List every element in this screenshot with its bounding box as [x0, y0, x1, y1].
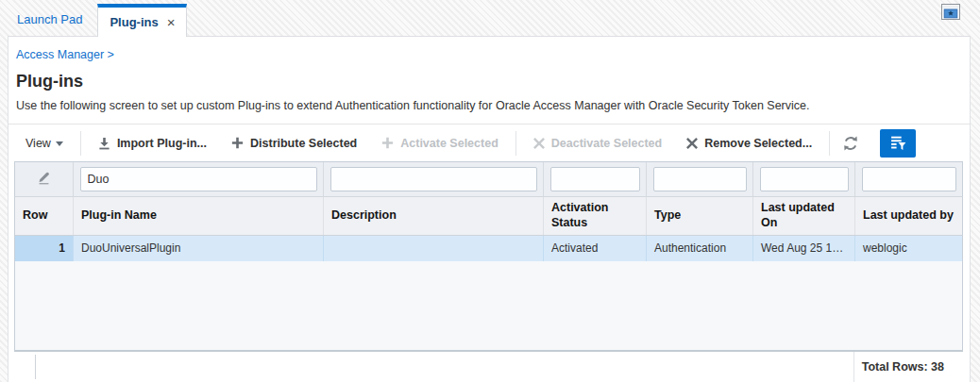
tab-launch-pad-label: Launch Pad	[17, 12, 82, 26]
view-menu-button[interactable]: View	[25, 137, 63, 150]
deactivate-selected-label: Deactivate Selected	[551, 137, 662, 150]
x-icon	[686, 138, 698, 149]
footer-divider	[853, 352, 854, 382]
activate-selected-label: Activate Selected	[400, 137, 498, 150]
tab-plug-ins-label: Plug-ins	[110, 15, 158, 29]
view-menu-label: View	[25, 137, 51, 150]
close-icon[interactable]: ×	[167, 15, 176, 29]
breadcrumb[interactable]: Access Manager >	[16, 48, 114, 61]
table-footer: Total Rows: 38	[8, 352, 970, 382]
x-icon	[533, 138, 545, 149]
filter-description-input[interactable]	[330, 167, 537, 191]
query-by-example-button[interactable]	[880, 129, 916, 158]
plus-icon	[381, 137, 394, 149]
filter-activation-status-input[interactable]	[550, 167, 640, 191]
plugins-table: Row Plug-in Name Description Activation …	[14, 161, 963, 352]
page-description: Use the following screen to set up custo…	[16, 99, 809, 112]
activate-selected-button: Activate Selected	[381, 137, 498, 150]
remove-selected-label: Remove Selected...	[704, 137, 812, 150]
table-header-row: Row Plug-in Name Description Activation …	[14, 196, 963, 236]
cell-last-updated-by: weblogic	[854, 236, 962, 261]
refresh-button[interactable]	[842, 135, 859, 152]
tab-plug-ins[interactable]: Plug-ins ×	[97, 4, 187, 37]
tab-launch-pad[interactable]: Launch Pad	[9, 12, 97, 36]
table-row[interactable]: 1 DuoUniversalPlugin Activated Authentic…	[14, 236, 963, 261]
chevron-down-icon	[56, 141, 63, 146]
total-rows-label: Total Rows: 38	[862, 352, 944, 382]
page-title: Plug-ins	[16, 72, 83, 91]
toolbar: View Import Plug-in... Distribute Select…	[8, 124, 970, 161]
column-header-type[interactable]: Type	[646, 197, 752, 235]
cell-type: Authentication	[646, 236, 752, 261]
column-header-plugin-name[interactable]: Plug-in Name	[73, 197, 323, 235]
filter-last-updated-by-input[interactable]	[862, 167, 956, 191]
toolbar-separator	[80, 131, 81, 156]
download-icon	[98, 137, 110, 150]
tab-bar: Launch Pad Plug-ins ×	[0, 0, 980, 36]
remove-selected-button[interactable]: Remove Selected...	[686, 137, 812, 150]
toolbar-separator	[829, 131, 830, 156]
pencil-icon	[37, 171, 51, 189]
column-header-last-updated-by[interactable]: Last updated by	[854, 197, 962, 235]
column-header-activation-status[interactable]: Activation Status	[543, 197, 646, 235]
cell-description	[323, 236, 543, 261]
distribute-selected-label: Distribute Selected	[250, 137, 357, 150]
distribute-selected-button[interactable]: Distribute Selected	[231, 137, 357, 150]
table-empty-area	[14, 261, 963, 352]
column-header-last-updated-on[interactable]: Last updated On	[752, 197, 854, 235]
import-plugin-button[interactable]: Import Plug-in...	[98, 137, 207, 150]
footer-divider	[35, 355, 36, 379]
filter-row-header-cell	[15, 162, 73, 196]
cell-plugin-name: DuoUniversalPlugin	[73, 236, 323, 261]
column-header-description[interactable]: Description	[323, 197, 543, 235]
column-header-row[interactable]: Row	[15, 197, 73, 235]
cell-activation-status: Activated	[543, 236, 646, 261]
cell-last-updated-on: Wed Aug 25 15:…	[752, 236, 854, 261]
toolbar-separator	[515, 131, 516, 156]
plus-icon	[231, 137, 244, 149]
deactivate-selected-button: Deactivate Selected	[533, 137, 662, 150]
cell-row-number: 1	[15, 236, 73, 261]
import-plugin-label: Import Plug-in...	[117, 137, 207, 150]
filter-row	[14, 161, 963, 196]
query-by-example-icon	[890, 135, 906, 151]
filter-plugin-name-input[interactable]	[80, 167, 317, 191]
content-panel: Access Manager > Plug-ins Use the follow…	[8, 36, 971, 382]
filter-type-input[interactable]	[653, 167, 747, 191]
filter-last-updated-on-input[interactable]	[760, 167, 849, 191]
